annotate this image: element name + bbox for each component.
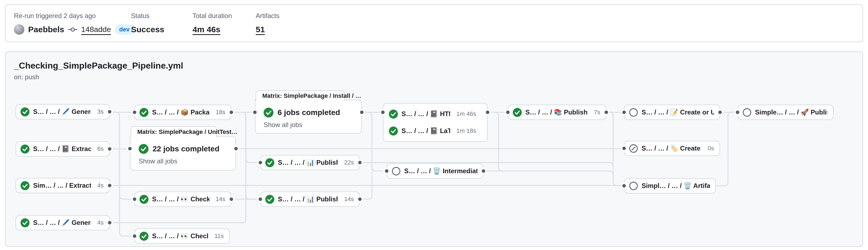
artifacts-group: Artifacts 51 (256, 12, 279, 36)
job-node-package-in-source[interactable]: S… / … / 📦 Package in Sou…18s (134, 105, 231, 120)
job-node-publish-code-coverage[interactable]: S… / … / 📊 Publish Code C…22s (260, 155, 360, 170)
job-label: Sim… / … / Extract Information (33, 182, 91, 189)
matrix-tab-label: Matrix: SimplePackage / Install / … (262, 92, 361, 100)
matrix-group-unittesting[interactable]: 22 jobs completedShow all jobs (130, 136, 236, 171)
success-check-icon (264, 108, 274, 117)
job-node-publish-to-gh-pages[interactable]: S… / … / 📚 Publish to GH-P…7s (508, 105, 606, 120)
job-label: S… / … / 🗑️ Intermediate Artifa… (404, 167, 477, 175)
job-node-publish-test-results[interactable]: S… / … / 📊 Publish Test Re…14s (260, 191, 360, 207)
job-duration: 14s (213, 195, 225, 203)
status-value: Success (131, 25, 164, 34)
job-duration: 4s (95, 182, 104, 189)
duration-group: Total duration 4m 46s (192, 12, 232, 36)
duration-value-link[interactable]: 4m 46s (192, 25, 220, 34)
job-node-check-static-typing[interactable]: S… / … / 👀 Check Static Ty…14s (134, 191, 231, 207)
success-check-icon (140, 195, 149, 204)
trigger-group: Re-run triggered 2 days ago Paebbels 148… (14, 12, 134, 36)
run-summary-header: Re-run triggered 2 days ago Paebbels 148… (5, 4, 863, 42)
skipped-icon (629, 144, 638, 153)
job-label: S… / … / 🖊️ Generate pipelin… (33, 219, 91, 226)
success-check-icon (513, 108, 522, 117)
avatar[interactable] (14, 24, 24, 35)
job-duration: 14s (342, 195, 354, 203)
job-node-intermediate-artifacts[interactable]: S… / … / 🗑️ Intermediate Artifa… (387, 164, 484, 179)
matrix-jobs-completed: 6 jobs completed (278, 108, 340, 117)
show-all-jobs-link[interactable]: Show all jobs (138, 157, 177, 165)
success-check-icon (140, 108, 149, 117)
success-check-icon (140, 232, 149, 241)
success-check-icon (138, 144, 149, 154)
job-label: S… / … / 📦 Package in Sou… (152, 108, 210, 116)
waiting-circle-icon (392, 167, 401, 176)
success-check-icon (389, 127, 398, 136)
artifacts-label: Artifacts (256, 12, 279, 20)
matrix-tab-label: Matrix: SimplePackage / UnitTest… (137, 129, 237, 136)
job-duration: 18s (213, 109, 225, 116)
job-duration: 0s (705, 145, 714, 152)
job-node-create-or-update-release[interactable]: S… / … / 📝 Create or Update R… (624, 105, 720, 120)
job-label: Simple… / … / 🚀 Publish to PyPI (755, 108, 828, 116)
workflow-title: _Checking_SimplePackage_Pipeline.yml (14, 61, 183, 71)
matrix-tab-unittesting: Matrix: SimplePackage / UnitTest… (131, 126, 217, 137)
commit-sha-link[interactable]: 148adde (81, 25, 111, 34)
trigger-label: Re-run triggered 2 days ago (14, 12, 134, 20)
job-node-artifact-cleanup[interactable]: Simpl… / … / 🗑️ Artifact Cleanup (624, 178, 716, 193)
success-check-icon (21, 181, 30, 190)
job-duration: 4s (95, 219, 104, 226)
job-node-publish-to-pypi[interactable]: Simple… / … / 🚀 Publish to PyPI (738, 105, 834, 120)
job-label: S… / … / 📝 Create or Update R… (642, 108, 714, 116)
job-duration: 22s (342, 159, 354, 166)
job-duration: 6s (95, 145, 104, 152)
job-group-documentation: S… / … / 📓 HTML Docu…1m 46sS… / … / 📓 La… (383, 103, 488, 142)
waiting-circle-icon (742, 108, 751, 117)
workflow-trigger: on: push (14, 73, 39, 81)
job-duration: 3s (95, 108, 104, 115)
job-duration: 1m 18s (454, 127, 476, 135)
git-commit-icon (68, 27, 78, 32)
job-label: S… / … / 📓 HTML Docu… (401, 110, 450, 118)
job-node-check-documentation[interactable]: S… / … / 👀 Check docume…11s (134, 228, 230, 244)
artifacts-count-link[interactable]: 51 (256, 25, 265, 34)
waiting-circle-icon (629, 108, 638, 117)
job-duration: 1m 46s (454, 110, 476, 117)
job-label: S… / … / 👀 Check docume… (152, 232, 208, 240)
success-check-icon (21, 145, 30, 153)
job-node-generate-pipeline-params-1[interactable]: S… / … / 🖊️ Generate pipelin…3s (16, 104, 110, 119)
success-check-icon (389, 110, 398, 118)
success-check-icon (265, 195, 274, 204)
job-label: S… / … / 📓 Extract configur… (33, 145, 91, 153)
status-label: Status (131, 12, 164, 20)
job-node-generate-pipeline-params-2[interactable]: S… / … / 🖊️ Generate pipelin…4s (16, 215, 110, 230)
matrix-group-install[interactable]: 6 jobs completedShow all jobs (255, 100, 362, 134)
job-node-extract-information[interactable]: Sim… / … / Extract Information4s (16, 178, 110, 193)
job-label: S… / … / 👀 Check Static Ty… (152, 195, 210, 203)
success-check-icon (265, 158, 274, 167)
success-check-icon (21, 218, 30, 227)
job-label: S… / … / 🖊️ Generate pipelin… (33, 108, 91, 115)
job-duration: 11s (212, 233, 224, 240)
job-node-html-documentation[interactable]: S… / … / 📓 HTML Docu…1m 46s (383, 106, 487, 122)
matrix-tab-install: Matrix: SimplePackage / Install / … (256, 91, 345, 101)
job-label: S… / … / 🏷️ Create tag '${{ in… (642, 145, 702, 152)
author-link[interactable]: Paebbels (28, 25, 64, 34)
job-node-create-tag[interactable]: S… / … / 🏷️ Create tag '${{ in…0s (624, 141, 720, 156)
job-label: S… / … / 📊 Publish Test Re… (278, 195, 338, 203)
job-duration: 7s (591, 109, 600, 116)
job-label: S… / … / 📚 Publish to GH-P… (525, 108, 588, 116)
duration-label: Total duration (192, 12, 232, 20)
show-all-jobs-link[interactable]: Show all jobs (264, 121, 302, 129)
job-label: S… / … / 📓 LaTeX Docu… (401, 127, 450, 135)
job-label: S… / … / 📊 Publish Code C… (278, 159, 338, 167)
matrix-jobs-completed: 22 jobs completed (153, 145, 219, 153)
job-node-latex-documentation[interactable]: S… / … / 📓 LaTeX Docu…1m 18s (383, 123, 487, 139)
status-group: Status Success (131, 12, 164, 36)
success-check-icon (21, 107, 30, 116)
waiting-circle-icon (629, 181, 638, 190)
job-label: Simpl… / … / 🗑️ Artifact Cleanup (642, 182, 710, 190)
job-node-extract-configurations[interactable]: S… / … / 📓 Extract configur…6s (16, 141, 110, 156)
